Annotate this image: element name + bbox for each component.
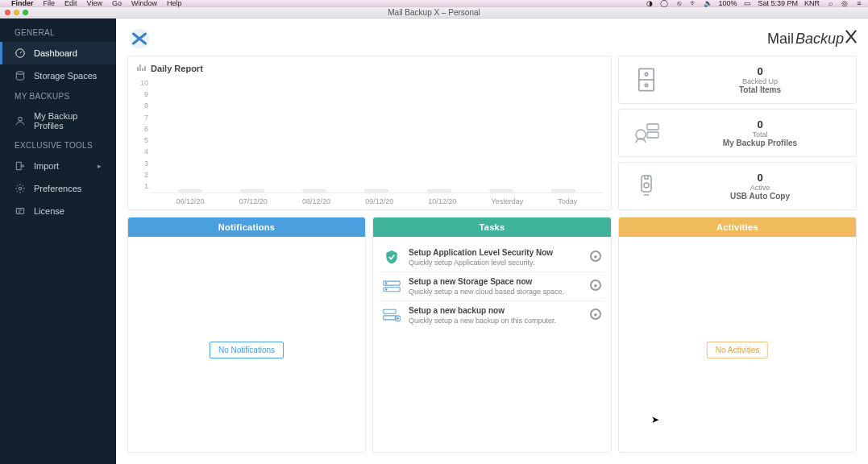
sidebar-item-storage[interactable]: Storage Spaces — [0, 64, 116, 87]
svg-point-8 — [645, 84, 647, 86]
stat-icon — [630, 174, 662, 198]
battery-percent: 100% — [718, 0, 737, 7]
svg-rect-18 — [384, 309, 396, 313]
svg-point-13 — [644, 183, 649, 188]
menubar-user[interactable]: KNR — [804, 0, 820, 7]
license-icon — [15, 205, 26, 217]
battery-icon[interactable]: ▭ — [743, 0, 751, 7]
chart-icon — [136, 63, 146, 74]
sidebar-section-tools: EXCLUSIVE TOOLS — [0, 136, 116, 155]
sidebar-section-general: GENERAL — [0, 23, 116, 42]
sidebar-section-backups: MY BACKUPS — [0, 87, 116, 106]
notification-center-icon[interactable]: ≡ — [855, 0, 863, 7]
x-axis: 06/12/2007/12/2008/12/2009/12/2010/12/20… — [151, 197, 603, 205]
disk-icon — [15, 70, 26, 81]
task-title: Setup a new backup now — [409, 306, 582, 315]
svg-point-9 — [636, 130, 646, 139]
bar — [364, 189, 388, 193]
svg-point-7 — [645, 72, 647, 75]
window-titlebar: Mail Backup X – Personal — [0, 7, 868, 19]
brand-text: MailBackup — [767, 30, 857, 48]
status-icon[interactable]: ◯ — [660, 0, 668, 7]
stat-card[interactable]: 0 Total My Backup Profiles — [618, 109, 857, 157]
svg-point-16 — [385, 283, 387, 284]
no-notifications-pill: No Notifications — [210, 342, 284, 358]
svg-rect-10 — [647, 124, 658, 130]
siri-icon[interactable]: ◎ — [841, 0, 849, 7]
spotlight-icon[interactable]: ⌕ — [826, 0, 834, 7]
task-title: Setup a new Storage Space now — [409, 277, 582, 286]
task-go-button[interactable]: ● — [590, 251, 601, 262]
sidebar-item-import[interactable]: Import ▸ — [0, 155, 116, 177]
sidebar-item-preferences[interactable]: Preferences — [0, 177, 116, 200]
bar — [302, 189, 326, 193]
stats-column: 0 Backed Up Total Items 0 Total My Backu… — [618, 56, 857, 210]
menu-view[interactable]: View — [87, 0, 102, 7]
activities-header: Activities — [619, 218, 856, 237]
sidebar-item-label: Import — [34, 161, 59, 171]
close-window-button[interactable] — [5, 10, 10, 15]
stat-icon — [630, 122, 662, 144]
notifications-column: Notifications No Notifications — [127, 217, 366, 453]
stat-card[interactable]: 0 Backed Up Total Items — [618, 56, 857, 104]
stat-sublabel: My Backup Profiles — [675, 139, 845, 147]
status-icon[interactable]: ⎋ — [675, 0, 683, 7]
daily-report-card: Daily Report 10987654321 06/12/2007/12/2… — [127, 56, 612, 210]
stat-icon — [630, 67, 662, 93]
menubar-app[interactable]: Finder — [11, 0, 34, 7]
task-subtitle: Quickly setup a new cloud based storage … — [409, 288, 582, 296]
stat-sublabel: Total Items — [675, 85, 845, 94]
sidebar-item-dashboard[interactable]: Dashboard — [0, 42, 116, 64]
tasks-column: Tasks Setup Application Level Security N… — [372, 217, 612, 453]
sidebar: GENERAL Dashboard Storage Spaces MY BACK… — [0, 19, 116, 464]
bar — [427, 189, 451, 193]
svg-rect-12 — [642, 176, 651, 192]
svg-rect-4 — [16, 209, 23, 214]
menu-help[interactable]: Help — [167, 0, 182, 7]
bar — [551, 189, 575, 193]
menu-go[interactable]: Go — [112, 0, 122, 7]
y-axis: 10987654321 — [136, 77, 151, 206]
task-item[interactable]: Setup a new backup now Quickly setup a n… — [380, 300, 604, 329]
app-logo-icon — [127, 27, 152, 51]
task-subtitle: Quickly setup a new backup on this compu… — [409, 317, 582, 325]
task-icon — [383, 248, 401, 266]
task-subtitle: Quickly setup Application level security… — [409, 259, 582, 267]
task-icon — [383, 277, 401, 295]
daily-report-title: Daily Report — [151, 64, 203, 73]
sidebar-item-label: Dashboard — [34, 48, 77, 58]
task-item[interactable]: Setup a new Storage Space now Quickly se… — [380, 271, 604, 300]
no-activities-pill: No Activities — [707, 342, 768, 358]
status-icon[interactable]: ◑ — [646, 0, 654, 7]
wifi-icon[interactable]: ᯤ — [689, 0, 697, 7]
task-item[interactable]: Setup Application Level Security Now Qui… — [380, 243, 604, 271]
stat-value: 0 — [675, 118, 845, 130]
user-icon — [15, 115, 26, 126]
sidebar-item-label: My Backup Profiles — [34, 111, 102, 130]
sidebar-item-label: License — [34, 206, 64, 216]
window-controls — [5, 10, 28, 15]
stat-value: 0 — [675, 172, 845, 184]
task-title: Setup Application Level Security Now — [409, 248, 582, 257]
menu-file[interactable]: File — [44, 0, 56, 7]
stat-label: Backed Up — [675, 77, 845, 85]
menubar-clock[interactable]: Sat 5:39 PM — [758, 0, 798, 7]
window-title: Mail Backup X – Personal — [0, 8, 868, 17]
sidebar-item-profiles[interactable]: My Backup Profiles — [0, 106, 116, 136]
task-go-button[interactable]: ● — [590, 280, 601, 291]
zoom-window-button[interactable] — [23, 10, 28, 15]
menu-window[interactable]: Window — [131, 0, 157, 7]
stat-card[interactable]: 0 Active USB Auto Copy — [618, 162, 857, 210]
sidebar-item-license[interactable]: License — [0, 200, 116, 222]
minimize-window-button[interactable] — [14, 10, 19, 15]
menu-edit[interactable]: Edit — [64, 0, 77, 7]
sidebar-item-label: Storage Spaces — [34, 71, 97, 81]
task-go-button[interactable]: ● — [590, 309, 601, 320]
svg-point-1 — [16, 72, 23, 75]
volume-icon[interactable]: 🔈 — [704, 0, 712, 7]
import-icon — [15, 160, 26, 172]
brand-x-icon — [845, 30, 857, 44]
tasks-header: Tasks — [373, 218, 611, 237]
stat-label: Total — [675, 130, 845, 139]
mac-menubar: Finder File Edit View Go Window Help ◑ ◯… — [0, 0, 868, 7]
